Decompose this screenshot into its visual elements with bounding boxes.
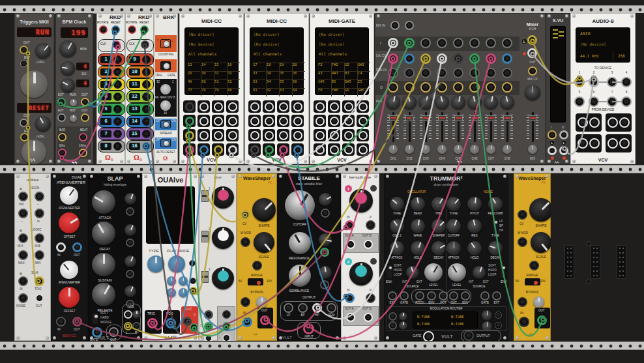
out-2-jack[interactable] — [72, 317, 82, 327]
divider-out-jack[interactable] — [142, 68, 151, 76]
atenuverter-2-knob[interactable] — [60, 261, 78, 279]
noise-knob[interactable] — [488, 241, 503, 255]
midi-jack-cell[interactable] — [277, 143, 289, 156]
bypass-jack[interactable] — [518, 297, 527, 307]
ch-in-jack[interactable] — [437, 38, 447, 48]
midi-jack-cell[interactable] — [226, 143, 239, 156]
midi-jack[interactable] — [359, 131, 368, 140]
mute-button[interactable] — [405, 145, 414, 154]
trig-gate-switch[interactable] — [160, 61, 171, 70]
ch-level-cv-jack[interactable] — [486, 53, 496, 64]
midi-jack-cell[interactable] — [263, 115, 275, 127]
ch-pan-cv-jack[interactable] — [388, 68, 398, 78]
sign-out-jack[interactable] — [35, 192, 44, 201]
lp-out-jack[interactable] — [284, 303, 293, 313]
ch-level-cv-jack[interactable] — [469, 53, 480, 64]
clk-jack[interactable] — [141, 40, 149, 49]
midi-jack-cell[interactable] — [328, 129, 340, 141]
run-button[interactable] — [70, 99, 77, 106]
from-device-jack[interactable] — [589, 117, 600, 128]
router-amt1-knob[interactable] — [399, 312, 407, 321]
midi-jack[interactable] — [344, 117, 353, 126]
ch-in-jack[interactable] — [204, 310, 213, 319]
reset-button[interactable] — [70, 115, 77, 122]
ch-pan-cv-jack[interactable] — [420, 68, 431, 78]
out-jack[interactable] — [20, 46, 28, 54]
vu-out-l-jack[interactable] — [559, 130, 568, 139]
sixteenths-jack[interactable] — [79, 149, 87, 157]
ch-out-jack[interactable] — [388, 82, 398, 93]
p-cv-jack[interactable] — [366, 220, 375, 230]
noise-source-knob[interactable] — [473, 266, 486, 279]
midi-jack[interactable] — [293, 117, 302, 126]
offset-1-knob[interactable] — [59, 212, 80, 233]
cutoff-mod-knob[interactable] — [319, 193, 332, 206]
midi-jack-cell[interactable] — [226, 129, 239, 141]
to-device-jack[interactable] — [621, 96, 632, 107]
midi-jack[interactable] — [228, 145, 237, 154]
midi-jack-cell[interactable] — [277, 129, 289, 141]
divider-out-jack[interactable] — [113, 55, 122, 64]
trig-jack[interactable] — [147, 318, 158, 328]
bypass-button[interactable] — [256, 297, 267, 308]
pan-knob[interactable] — [484, 95, 498, 109]
release-mod-knob[interactable] — [124, 285, 136, 297]
divider-out-jack[interactable] — [113, 130, 122, 138]
osc-knob[interactable] — [432, 219, 446, 233]
play-mode-knob[interactable] — [168, 255, 185, 272]
midi-jack[interactable] — [359, 145, 368, 154]
ch-out-jack[interactable] — [502, 82, 512, 93]
midi-jack[interactable] — [214, 102, 223, 111]
osc-knob[interactable] — [390, 241, 404, 255]
midi-jack[interactable] — [344, 131, 353, 140]
noise-knob[interactable] — [488, 197, 503, 211]
fader-handle[interactable] — [454, 115, 463, 121]
vol-l-jack[interactable] — [124, 310, 132, 319]
pan-knob[interactable] — [386, 95, 400, 109]
midi-jack-cell[interactable] — [212, 129, 224, 141]
clk-jack[interactable] — [112, 40, 121, 49]
maxdiv-knob-1[interactable] — [160, 84, 171, 94]
divider-out-jack[interactable] — [142, 55, 151, 64]
shape-knob[interactable] — [252, 198, 276, 222]
counting-switch[interactable] — [160, 39, 171, 48]
midi-jack-cell[interactable] — [263, 129, 275, 141]
ch-level-cv-jack[interactable] — [388, 53, 398, 64]
input-jack[interactable] — [303, 323, 314, 334]
reset-ext-jack[interactable] — [57, 113, 66, 122]
midi-jack-cell[interactable] — [212, 143, 224, 156]
noise-jack[interactable] — [18, 293, 28, 303]
ch-in-jack[interactable] — [469, 38, 480, 48]
osc-knob[interactable] — [411, 197, 425, 211]
param1-fine-knob[interactable] — [179, 276, 188, 285]
offset-2-knob[interactable] — [59, 287, 80, 308]
reset-jack[interactable] — [140, 25, 149, 34]
pos-jack[interactable] — [166, 318, 176, 328]
noise-level-knob[interactable] — [448, 263, 466, 282]
ch-level-cv-jack[interactable] — [453, 53, 463, 64]
osc-gate-jack[interactable] — [400, 291, 409, 300]
sh-in-jack[interactable] — [18, 276, 28, 286]
attack-cv-jack[interactable] — [126, 207, 134, 216]
semblance-mod-knob[interactable] — [319, 266, 332, 279]
midi-jack[interactable] — [330, 117, 339, 126]
divider-out-jack[interactable] — [113, 80, 122, 89]
mini-fader[interactable] — [201, 231, 209, 242]
midi-jack[interactable] — [330, 102, 339, 111]
env-out-jack[interactable] — [109, 327, 119, 337]
osc-env-switch[interactable] — [387, 265, 392, 279]
osc-knob[interactable] — [411, 241, 425, 255]
midi-jack-cell[interactable] — [314, 115, 326, 127]
midi-jack[interactable] — [293, 102, 302, 111]
in-jack[interactable] — [519, 317, 529, 327]
hp-out-jack[interactable] — [312, 303, 322, 313]
ch-pan-cv-jack[interactable] — [486, 68, 496, 78]
router-cv3-jack[interactable] — [495, 312, 502, 319]
bar-jack[interactable] — [58, 133, 66, 141]
midi-jack-cell[interactable] — [328, 100, 340, 113]
mute-button[interactable] — [503, 145, 512, 154]
to-device-jack[interactable] — [589, 77, 599, 87]
midi-jack[interactable] — [228, 102, 237, 111]
out-r-jack[interactable] — [190, 323, 198, 332]
bpm-knob[interactable] — [59, 40, 76, 57]
